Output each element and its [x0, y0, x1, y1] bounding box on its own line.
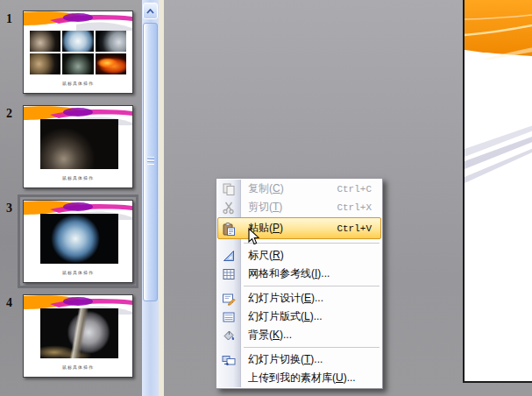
planet-image [96, 31, 126, 52]
slide1-image-grid [30, 31, 126, 74]
slide-thumbnail-2[interactable]: 鼠标具体操作 [23, 105, 133, 188]
scrollbar-grip [147, 157, 154, 165]
chevron-up-icon [146, 9, 154, 14]
scissors-icon [216, 201, 241, 215]
slide-design-icon [216, 292, 241, 306]
paint-bucket-icon [216, 329, 241, 343]
slide-thumbnail-1[interactable]: 鼠标具体操作 [23, 11, 133, 94]
earth-planet-image [40, 214, 118, 264]
menu-item-slide-design[interactable]: 幻灯片设计E... [216, 289, 382, 308]
menu-separator [244, 347, 379, 348]
planet-image [30, 53, 60, 74]
moon-spacecraft-image [40, 308, 118, 358]
thumbnail-pane-scrollbar[interactable] [142, 0, 159, 396]
shortcut-label: Ctrl+V [337, 223, 372, 234]
slide-number-3: 3 [6, 202, 20, 216]
slide-thumbnail-4[interactable]: 鼠标具体操作 [23, 294, 133, 378]
context-menu: 复制C Ctrl+C 剪切T Ctrl+X 粘贴P Ctrl+V 标尺R [216, 178, 383, 389]
shortcut-label: Ctrl+X [337, 202, 372, 213]
planet-image [62, 53, 93, 74]
dark-planet-image [40, 119, 118, 169]
shortcut-label: Ctrl+C [337, 184, 372, 194]
main-slide-canvas[interactable]: 鼠标 [463, 0, 532, 383]
slide-number-4: 4 [6, 296, 20, 310]
menu-item-cut[interactable]: 剪切T Ctrl+X [216, 198, 382, 216]
menu-item-paste[interactable]: 粘贴P Ctrl+V [216, 216, 382, 240]
menu-item-copy[interactable]: 复制C Ctrl+C [216, 180, 382, 198]
slide-thumbnail-3-selected[interactable]: 鼠标具体操作 [23, 200, 133, 283]
planet-image [30, 31, 60, 52]
slide-accent-streaks [465, 107, 532, 190]
slide-swoosh-art [465, 0, 532, 60]
nebula-image [96, 53, 126, 74]
grid-icon [216, 267, 241, 281]
slide-number-1: 1 [6, 12, 20, 26]
slide-number-2: 2 [6, 107, 20, 121]
ruler-icon [216, 249, 241, 263]
slide-layout-icon [216, 310, 241, 324]
menu-item-slide-transition[interactable]: 幻灯片切换T... [216, 350, 382, 369]
menu-item-grid-guides[interactable]: 网格和参考线I... [216, 265, 382, 283]
scrollbar-up-button[interactable] [143, 3, 158, 19]
menu-separator [244, 243, 379, 244]
slide-caption: 鼠标具体操作 [24, 81, 132, 86]
presentation-app-window: 1 鼠标具体操作 2 [0, 0, 532, 396]
thumbnail-swoosh-art [24, 11, 132, 31]
menu-item-upload-material[interactable]: 上传到我的素材库U... [216, 369, 382, 387]
slide-caption: 鼠标具体操作 [24, 175, 132, 180]
slide-caption: 鼠标具体操作 [24, 364, 132, 370]
menu-item-slide-layout[interactable]: 幻灯片版式L... [216, 308, 382, 326]
mouse-cursor [248, 228, 260, 245]
copy-icon [216, 182, 241, 196]
planet-image [62, 31, 93, 52]
menu-item-background[interactable]: 背景K... [216, 326, 382, 344]
slide-caption: 鼠标具体操作 [24, 270, 132, 275]
scrollbar-thumb[interactable] [143, 23, 158, 301]
menu-item-ruler[interactable]: 标尺R [216, 246, 382, 265]
slide-transition-icon [216, 353, 241, 367]
slide-thumbnail-pane: 1 鼠标具体操作 2 [0, 0, 142, 396]
menu-separator [244, 286, 379, 286]
paste-icon [216, 222, 241, 236]
